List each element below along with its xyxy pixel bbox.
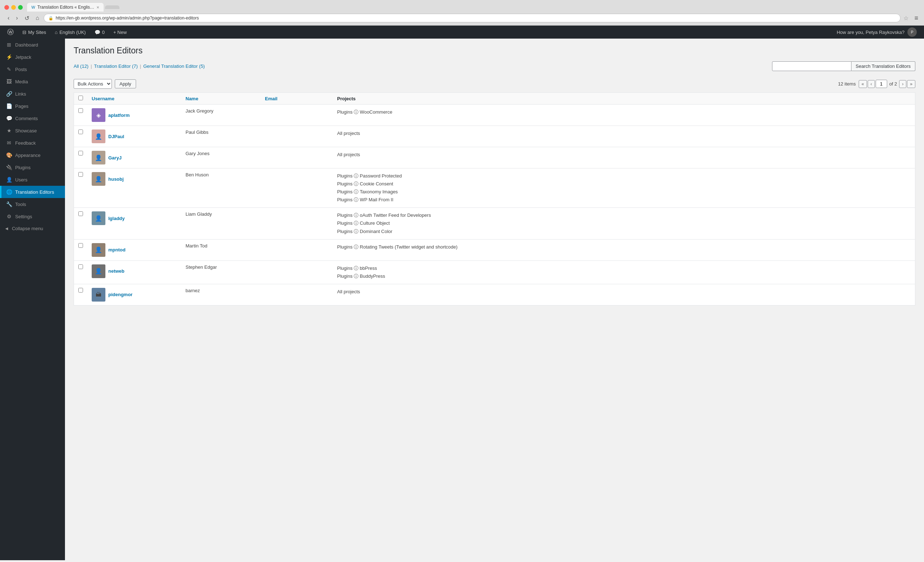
name-sort-link[interactable]: Name: [186, 96, 198, 102]
sidebar-label-feedback: Feedback: [15, 140, 36, 146]
search-button[interactable]: Search Translation Editors: [852, 61, 915, 71]
username-link-aplatform[interactable]: aplatform: [108, 112, 130, 118]
username-link-lgladdy[interactable]: lgladdy: [108, 216, 125, 221]
page-title: Translation Editors: [74, 46, 915, 55]
avatar: 👤: [92, 151, 105, 164]
new-content-button[interactable]: + New: [109, 25, 131, 39]
user-avatar[interactable]: P: [908, 27, 917, 37]
last-page-button[interactable]: »: [907, 80, 915, 88]
sidebar-item-tools[interactable]: 🔧 Tools: [0, 198, 65, 210]
row-checkbox-djpaul[interactable]: [78, 130, 83, 134]
browser-menu-icon[interactable]: ≡: [914, 15, 918, 22]
filter-gte-count: (5): [199, 63, 205, 69]
browser-chrome: W Translation Editors « Englis… ✕ ‹ › ↺ …: [0, 0, 924, 25]
sidebar-item-comments[interactable]: 💬 Comments: [0, 112, 65, 124]
media-icon: 🖼: [6, 79, 12, 84]
sidebar-label-links: Links: [15, 91, 26, 97]
prev-page-button[interactable]: ‹: [868, 80, 875, 88]
sidebar-item-pages[interactable]: 📄 Pages: [0, 100, 65, 112]
filter-translation-editor[interactable]: Translation Editor (7): [94, 63, 138, 69]
first-page-button[interactable]: «: [859, 80, 867, 88]
sidebar-item-jetpack[interactable]: ⚡ Jetpack: [0, 51, 65, 63]
forward-button[interactable]: ›: [14, 14, 20, 22]
tab-close-button[interactable]: ✕: [96, 5, 99, 9]
sidebar-label-media: Media: [15, 79, 28, 84]
locale-button[interactable]: ⌂ English (UK): [51, 25, 90, 39]
user-projects: Plugins ⓘ WooCommerce: [333, 105, 915, 126]
username-link-mpntod[interactable]: mpntod: [108, 247, 126, 253]
locale-icon: ⌂: [55, 30, 58, 35]
minimize-dot[interactable]: [11, 5, 16, 10]
collapse-icon: ◄: [4, 226, 9, 231]
row-checkbox-garyj[interactable]: [78, 151, 83, 155]
username-link-husobj[interactable]: husobj: [108, 176, 124, 182]
user-cell: 🏔pidengmor: [92, 288, 177, 302]
home-button[interactable]: ⌂: [34, 14, 41, 22]
username-link-pidengmor[interactable]: pidengmor: [108, 292, 132, 297]
username-sort-link[interactable]: Username: [92, 96, 114, 102]
close-dot[interactable]: [4, 5, 9, 10]
active-tab[interactable]: W Translation Editors « Englis… ✕: [27, 3, 104, 12]
comments-button[interactable]: 💬 0: [90, 25, 109, 39]
row-checkbox-mpntod[interactable]: [78, 243, 83, 248]
sidebar-item-translation-editors[interactable]: 🌐 Translation Editors: [0, 186, 65, 198]
user-name: Ben Huson: [181, 169, 261, 208]
appearance-icon: 🎨: [6, 152, 12, 158]
sidebar-item-settings[interactable]: ⚙ Settings: [0, 210, 65, 223]
sidebar-label-tools: Tools: [15, 202, 26, 207]
filter-all-label: All: [74, 63, 79, 69]
next-page-button[interactable]: ›: [899, 80, 906, 88]
sidebar-item-dashboard[interactable]: ⊞ Dashboard: [0, 39, 65, 51]
search-input[interactable]: [772, 61, 852, 71]
row-checkbox-pidengmor[interactable]: [78, 288, 83, 293]
pages-icon: 📄: [6, 103, 12, 109]
avatar: 👤: [92, 130, 105, 143]
username-link-djpaul[interactable]: DJPaul: [108, 134, 124, 139]
filter-general-translation-editor[interactable]: General Translation Editor (5): [143, 63, 205, 69]
apply-button[interactable]: Apply: [115, 79, 136, 88]
username-link-garyj[interactable]: GaryJ: [108, 155, 122, 160]
wp-logo-button[interactable]: ⓦ: [3, 25, 18, 39]
filter-all[interactable]: All (12): [74, 63, 88, 69]
sidebar-label-dashboard: Dashboard: [15, 42, 38, 48]
user-name: Paul Gibbs: [181, 126, 261, 147]
my-sites-button[interactable]: ⊟ My Sites: [18, 25, 51, 39]
sidebar-item-feedback[interactable]: ✉ Feedback: [0, 137, 65, 149]
posts-icon: ✎: [6, 66, 12, 72]
row-checkbox-netweb[interactable]: [78, 265, 83, 269]
th-email: Email: [261, 93, 333, 105]
address-bar: ‹ › ↺ ⌂ 🔒 https://en-gb.wordpress.org/wp…: [4, 14, 920, 25]
plugins-icon: 🔌: [6, 164, 12, 170]
sidebar-item-showcase[interactable]: ★ Showcase: [0, 124, 65, 137]
collapse-menu-button[interactable]: ◄ Collapse menu: [0, 223, 65, 235]
back-button[interactable]: ‹: [6, 14, 11, 22]
page-number-input[interactable]: [876, 80, 887, 88]
sidebar-label-users: Users: [15, 177, 27, 182]
url-bar[interactable]: 🔒 https://en-gb.wordpress.org/wp-admin/a…: [44, 14, 900, 22]
bookmark-icon[interactable]: ☆: [903, 15, 909, 22]
select-all-checkbox[interactable]: [78, 96, 83, 100]
sidebar-item-appearance[interactable]: 🎨 Appearance: [0, 149, 65, 161]
my-sites-label: My Sites: [28, 30, 46, 35]
refresh-button[interactable]: ↺: [23, 14, 31, 22]
comments-sidebar-icon: 💬: [6, 115, 12, 121]
user-name: Gary Jones: [181, 147, 261, 169]
greeting-text: How are you, Petya Raykovska?: [837, 30, 904, 35]
comments-icon: 💬: [94, 30, 100, 35]
browser-titlebar: W Translation Editors « Englis… ✕: [4, 3, 920, 12]
inactive-tab[interactable]: [105, 5, 120, 9]
bulk-actions-select[interactable]: Bulk Actions: [74, 79, 112, 89]
user-cell: 👤netweb: [92, 265, 177, 278]
username-link-netweb[interactable]: netweb: [108, 268, 124, 274]
row-checkbox-husobj[interactable]: [78, 172, 83, 177]
sidebar-item-posts[interactable]: ✎ Posts: [0, 63, 65, 75]
email-sort-link[interactable]: Email: [265, 96, 278, 102]
sidebar-item-links[interactable]: 🔗 Links: [0, 88, 65, 100]
sidebar-item-media[interactable]: 🖼 Media: [0, 75, 65, 88]
locale-label: English (UK): [60, 30, 86, 35]
maximize-dot[interactable]: [18, 5, 23, 10]
sidebar-item-plugins[interactable]: 🔌 Plugins: [0, 161, 65, 173]
row-checkbox-lgladdy[interactable]: [78, 211, 83, 216]
row-checkbox-aplatform[interactable]: [78, 108, 83, 113]
sidebar-item-users[interactable]: 👤 Users: [0, 173, 65, 186]
